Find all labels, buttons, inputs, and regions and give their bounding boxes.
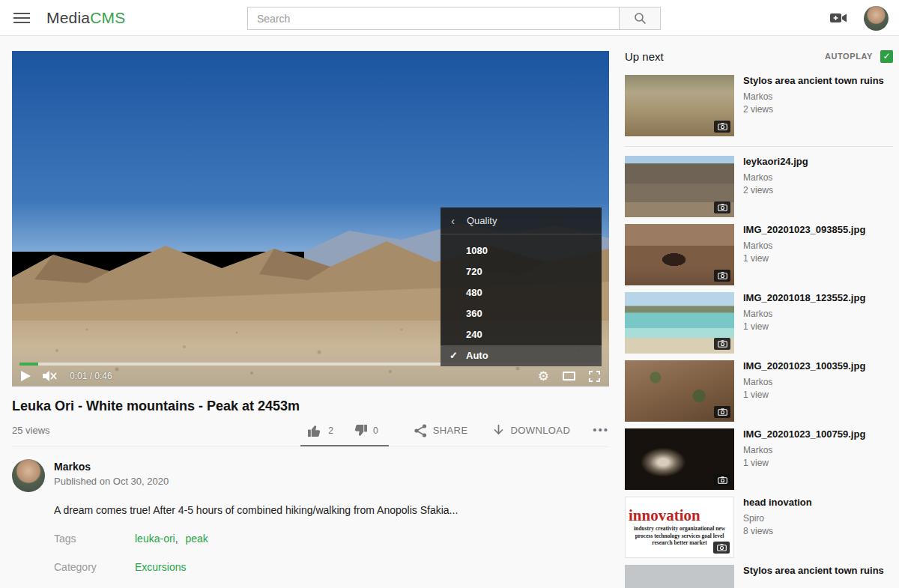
- wordcloud-main-word: innovation: [629, 508, 730, 524]
- camera-icon: [718, 340, 727, 348]
- upload-media-button[interactable]: [829, 10, 847, 25]
- chevron-left-icon: ‹: [451, 214, 455, 227]
- camera-badge: [714, 121, 730, 133]
- search-input[interactable]: [247, 7, 619, 30]
- settings-button[interactable]: ⚙: [538, 370, 549, 383]
- media-title: IMG_20201023_100759.jpg: [743, 428, 865, 441]
- media-info: head inovation Spiro 8 views: [743, 497, 812, 558]
- camera-badge: [714, 406, 730, 418]
- media-info: Stylos area ancient town ruins: [743, 565, 884, 588]
- camera-badge: [714, 270, 730, 282]
- up-next-sidebar: Up next AUTOPLAY ✓ Stylos area ancient t…: [625, 46, 893, 588]
- share-label: SHARE: [433, 425, 468, 436]
- quality-option-480[interactable]: 480: [441, 282, 602, 303]
- upload-video-icon: [829, 10, 847, 25]
- app-logo[interactable]: MediaCMS: [46, 9, 125, 27]
- up-next-item[interactable]: IMG_20201018_123552.jpg Markos 1 view: [625, 292, 893, 354]
- share-icon: [414, 424, 427, 437]
- download-button[interactable]: DOWNLOAD: [493, 424, 570, 446]
- meta-row: 25 views 2 0: [12, 423, 609, 447]
- play-button[interactable]: [21, 371, 31, 381]
- media-views: 2 views: [743, 185, 808, 196]
- media-title: leykaori24.jpg: [743, 156, 808, 169]
- up-next-item[interactable]: innovationindustry creativity organizati…: [625, 497, 893, 558]
- up-next-item[interactable]: IMG_20201023_093855.jpg Markos 1 view: [625, 224, 893, 285]
- media-thumbnail[interactable]: [625, 292, 734, 354]
- category-row: Category Excursions: [54, 561, 609, 573]
- search-button[interactable]: [619, 7, 661, 30]
- up-next-item[interactable]: IMG_20201023_100359.jpg Markos 1 view: [625, 360, 893, 422]
- media-info: IMG_20201023_100759.jpg Markos 1 view: [743, 428, 865, 490]
- media-info: IMG_20201023_093855.jpg Markos 1 view: [743, 224, 865, 285]
- quality-option-720[interactable]: 720: [441, 261, 602, 282]
- quality-option-1080[interactable]: 1080: [441, 240, 602, 261]
- search-icon: [634, 12, 647, 25]
- media-thumbnail[interactable]: innovationindustry creativity organizati…: [625, 497, 734, 558]
- video-player[interactable]: ‹ Quality 1080 720 480 360 240 ✓ Auto: [12, 51, 609, 387]
- mute-button[interactable]: [43, 370, 58, 382]
- up-next-item[interactable]: Stylos area ancient town ruins: [625, 565, 893, 588]
- video-description: A dream comes true! After 4-5 hours of c…: [54, 504, 609, 516]
- up-next-title: Up next: [625, 50, 664, 63]
- user-avatar[interactable]: [864, 6, 889, 31]
- tags-label: Tags: [54, 533, 135, 545]
- tag-link-leuka-ori[interactable]: leuka-ori: [135, 533, 175, 545]
- theater-mode-button[interactable]: [563, 372, 575, 381]
- quality-option-360[interactable]: 360: [441, 303, 602, 324]
- media-title: IMG_20201018_123552.jpg: [743, 292, 865, 305]
- top-bar: MediaCMS: [0, 0, 899, 36]
- camera-badge: [713, 542, 730, 554]
- media-title: IMG_20201023_093855.jpg: [743, 224, 865, 237]
- category-label: Category: [54, 561, 135, 573]
- camera-badge: [714, 201, 730, 213]
- quality-option-240[interactable]: 240: [441, 324, 602, 345]
- menu-icon[interactable]: [13, 10, 30, 26]
- dislike-count: 0: [373, 425, 378, 436]
- tags-row: Tags leuka-ori, peak: [54, 533, 609, 545]
- quality-option-auto[interactable]: ✓ Auto: [441, 345, 602, 366]
- play-icon: [21, 371, 31, 381]
- media-views: 2 views: [743, 104, 884, 115]
- more-options-button[interactable]: •••: [593, 423, 609, 446]
- media-views: 1 view: [743, 321, 865, 332]
- thumbs-up-icon: [308, 424, 322, 437]
- autoplay-checkbox[interactable]: ✓: [880, 50, 893, 63]
- media-thumbnail[interactable]: [625, 428, 734, 490]
- camera-icon: [718, 272, 727, 279]
- media-title: Stylos area ancient town ruins: [743, 75, 884, 88]
- up-next-item[interactable]: Stylos area ancient town ruins Markos 2 …: [625, 75, 893, 136]
- like-button[interactable]: 2: [308, 424, 333, 437]
- dislike-button[interactable]: 0: [353, 424, 378, 437]
- action-bar: 2 0 SHARE: [300, 423, 609, 446]
- media-author: Markos: [743, 445, 865, 455]
- tag-link-peak[interactable]: peak: [185, 533, 208, 545]
- time-display: 0:01 / 0:46: [70, 371, 112, 381]
- logo-text-cms: CMS: [90, 9, 125, 26]
- media-thumbnail[interactable]: [625, 224, 734, 285]
- media-author: Markos: [743, 309, 865, 319]
- share-button[interactable]: SHARE: [414, 424, 468, 446]
- author-name[interactable]: Markos: [54, 461, 169, 473]
- autoplay-control: AUTOPLAY ✓: [825, 50, 893, 63]
- camera-icon: [717, 544, 727, 551]
- media-thumbnail[interactable]: [625, 565, 734, 588]
- category-link-excursions[interactable]: Excursions: [135, 561, 186, 573]
- quality-menu-back[interactable]: ‹ Quality: [441, 207, 602, 234]
- up-next-item[interactable]: IMG_20201023_100759.jpg Markos 1 view: [625, 428, 893, 490]
- media-title: IMG_20201023_100359.jpg: [743, 360, 865, 373]
- up-next-divider: [625, 146, 893, 147]
- up-next-item[interactable]: leykaori24.jpg Markos 2 views: [625, 156, 893, 217]
- author-avatar[interactable]: [12, 459, 45, 492]
- media-thumbnail[interactable]: [625, 156, 734, 217]
- theater-mode-icon: [563, 372, 575, 381]
- muted-speaker-icon: [43, 370, 58, 382]
- media-info: IMG_20201018_123552.jpg Markos 1 view: [743, 292, 865, 354]
- media-title: head inovation: [743, 497, 812, 509]
- camera-icon: [718, 123, 727, 130]
- media-views: 1 view: [743, 253, 865, 264]
- fullscreen-button[interactable]: [589, 371, 600, 382]
- media-thumbnail[interactable]: [625, 75, 734, 136]
- media-views: 1 view: [743, 458, 865, 468]
- media-views: 8 views: [743, 526, 812, 536]
- media-thumbnail[interactable]: [625, 360, 734, 422]
